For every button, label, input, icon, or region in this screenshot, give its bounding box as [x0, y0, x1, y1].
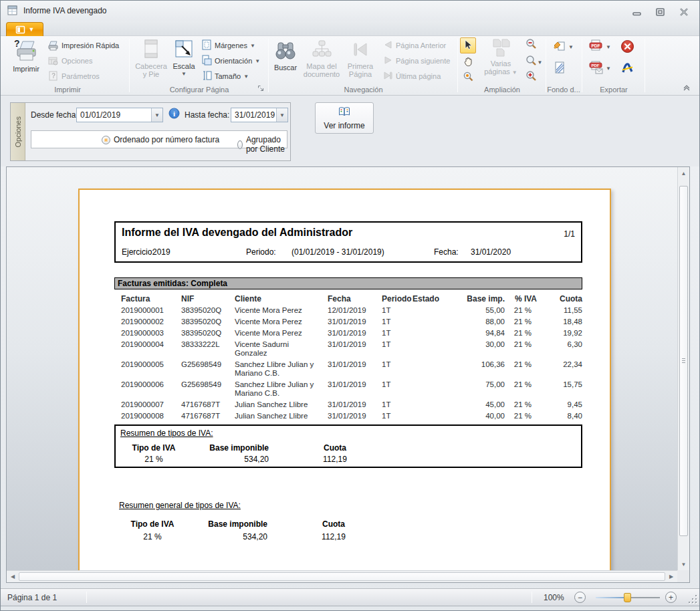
- hand-tool-button[interactable]: [460, 54, 476, 70]
- chevron-down-icon: ▼: [29, 26, 35, 33]
- ribbon-group-navegacion: Buscar Mapa del documento Primera Página…: [269, 36, 457, 95]
- print-parameters-button: ? Parámetros: [47, 70, 100, 83]
- zoom-in-slider-button[interactable]: +: [665, 592, 677, 603]
- view-report-label: Ver informe: [324, 121, 364, 130]
- to-date-value[interactable]: 31/01/2019: [231, 108, 276, 122]
- zoom-slider-thumb[interactable]: [624, 593, 631, 602]
- svg-text:PDF: PDF: [592, 43, 600, 48]
- search-button[interactable]: Buscar: [269, 38, 302, 72]
- from-date-dropdown-button[interactable]: ▼: [151, 108, 162, 122]
- zoom-region-tool-button[interactable]: [460, 70, 476, 86]
- printer-icon: ?: [14, 38, 38, 65]
- invoice-row: 201900000847167687TJulian Sanchez Llibre…: [114, 410, 582, 422]
- quick-print-button[interactable]: Impresión Rápida: [47, 39, 119, 52]
- minimize-button[interactable]: [630, 7, 645, 17]
- vertical-scrollbar-thumb[interactable]: [679, 186, 688, 536]
- to-date-dropdown-button[interactable]: ▼: [276, 108, 287, 122]
- horizontal-scrollbar[interactable]: ◀ ▶: [7, 570, 677, 582]
- zoom-out-icon: [525, 38, 538, 53]
- restore-button[interactable]: [653, 7, 668, 17]
- general-summary-title: Resumen general de tipos de IVA:: [114, 501, 582, 510]
- title-bar: Informe IVA devengado: [1, 1, 699, 21]
- chevron-down-icon: ▼: [606, 66, 611, 72]
- ribbon-group-exportar: PDF ▼ PDF ▼ Exportar: [583, 36, 645, 95]
- parameters-icon: ?: [47, 70, 59, 83]
- scroll-right-icon[interactable]: ▶: [667, 571, 676, 582]
- close-window-button[interactable]: [677, 7, 691, 17]
- from-date-value[interactable]: 01/01/2019: [77, 108, 151, 122]
- preview-area: Informe del IVA devengado del Administra…: [6, 166, 690, 583]
- pdf-email-icon: PDF: [588, 61, 603, 76]
- general-summary-values: 21 % 534,20 112,19: [114, 532, 582, 542]
- size-button[interactable]: Tamaño▼: [201, 70, 249, 83]
- invoice-row: 2019000005G25698549Sanchez Llibre Julian…: [114, 359, 582, 379]
- scroll-left-icon[interactable]: ◀: [8, 571, 17, 582]
- zoom-in-button[interactable]: [523, 70, 539, 86]
- print-button[interactable]: ? Imprimir: [9, 38, 43, 73]
- zoom-out-button[interactable]: [523, 37, 539, 53]
- ejercicio-label: Ejercicio:: [122, 247, 154, 257]
- group-separator: [645, 39, 645, 92]
- app-window: Informe IVA devengado ▼ ? Imprimir Impre…: [0, 0, 700, 611]
- scale-button[interactable]: Escala ▼: [170, 38, 197, 78]
- window-title: Informe IVA devengado: [23, 6, 107, 15]
- next-page-icon: [383, 55, 393, 66]
- next-page-button: Página siguiente: [383, 54, 450, 68]
- margins-button[interactable]: Márgenes▼: [201, 39, 255, 52]
- orientation-icon: [201, 55, 212, 67]
- radio-grouped-by-client[interactable]: Agrupado por Cliente: [237, 135, 287, 154]
- statusbar-separator: [86, 592, 87, 603]
- watermark-button[interactable]: [554, 62, 566, 75]
- scroll-up-icon[interactable]: ▲: [678, 168, 689, 178]
- horizontal-scrollbar-thumb[interactable]: [19, 572, 665, 581]
- group-caption-fondo: Fondo d...: [547, 86, 580, 94]
- invoice-row: 2019000006G25698549Sanchez Llibre Julian…: [114, 379, 582, 399]
- multiple-pages-icon: [491, 38, 511, 59]
- statusbar-separator: [532, 592, 532, 603]
- previous-page-icon: [383, 40, 393, 51]
- zoom-region-icon: [463, 71, 474, 84]
- report-page-indicator: 1/1: [564, 229, 575, 239]
- app-menu-button[interactable]: ▼: [6, 22, 43, 36]
- svg-text:?: ?: [14, 38, 20, 49]
- export-pdf-button[interactable]: PDF ▼: [588, 40, 611, 53]
- scroll-down-icon[interactable]: ▼: [678, 560, 689, 569]
- chevron-down-icon: ▼: [181, 70, 187, 78]
- from-date-combo[interactable]: 01/01/2019 ▼: [76, 108, 163, 122]
- zoom-out-slider-button[interactable]: −: [574, 592, 586, 603]
- radio-ordered-by-invoice[interactable]: Ordenado por número factura: [102, 135, 219, 144]
- vat-summary-box: Resumen de tipos de IVA: Tipo de IVA Bas…: [114, 424, 582, 468]
- header-footer-icon: [140, 38, 162, 62]
- zoom-percentage-label: 100%: [544, 593, 564, 602]
- collapse-ribbon-button[interactable]: [682, 84, 693, 92]
- close-preview-button[interactable]: [620, 40, 634, 53]
- pointer-icon: [463, 39, 473, 52]
- document-map-button: Mapa del documento: [303, 38, 340, 78]
- view-report-button[interactable]: Ver informe: [315, 102, 374, 134]
- invoice-row: 201900000438333222LVicente Sadurni Gonza…: [114, 339, 582, 359]
- chevron-down-icon: ▼: [154, 112, 160, 118]
- aeat-export-button[interactable]: [620, 62, 634, 75]
- orientation-button[interactable]: Orientación▼: [201, 54, 260, 68]
- invoice-table-body: 201900000138395020QVicente Mora Perez12/…: [114, 305, 582, 422]
- svg-text:i: i: [173, 110, 175, 118]
- chevron-down-icon: ▼: [538, 59, 543, 66]
- resize-grip[interactable]: [689, 595, 697, 603]
- vertical-scrollbar[interactable]: ▲ ▼: [677, 167, 689, 570]
- multiple-pages-button: Varias páginas ▼: [479, 38, 523, 77]
- chevron-down-icon: ▼: [606, 44, 611, 50]
- zoom-button[interactable]: ▼: [523, 54, 544, 70]
- zoom-slider[interactable]: [596, 597, 660, 598]
- last-page-icon: [383, 71, 393, 82]
- send-pdf-email-button[interactable]: PDF ▼: [588, 62, 611, 75]
- order-options-box: Ordenado por número factura Agrupado por…: [31, 130, 287, 148]
- dialog-launcher-icon[interactable]: [257, 85, 265, 93]
- page-color-button[interactable]: ▼: [552, 40, 574, 53]
- group-separator: [129, 39, 130, 92]
- page-color-icon: [552, 39, 566, 54]
- to-date-combo[interactable]: 31/01/2019 ▼: [231, 108, 288, 122]
- pointer-tool-button[interactable]: [460, 37, 476, 53]
- vat-summary-title: Resumen de tipos de IVA:: [120, 429, 213, 438]
- hand-icon: [463, 56, 473, 69]
- group-caption-exportar: Exportar: [583, 86, 645, 94]
